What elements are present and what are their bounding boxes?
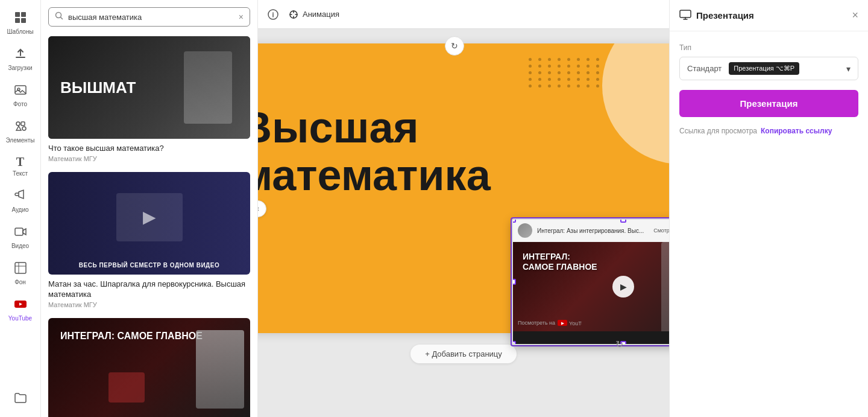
folder-icon [14, 391, 27, 406]
video-actions: Смотреть Поделиться [653, 228, 669, 234]
search-bar: × [41, 0, 257, 31]
add-page-button[interactable]: + Добавить страницу [410, 345, 517, 363]
result-title-1: Что такое высшая математика? [48, 144, 250, 154]
video-header-title: Интеграл: Азы интегрирования. Выс... [537, 228, 649, 234]
canvas-scroll: // Will render dots via JS below Высшая … [258, 29, 669, 417]
video-header: Интеграл: Азы интегрирования. Выс... Смо… [513, 220, 669, 242]
sidebar-item-photos-label: Фото [13, 101, 27, 107]
animation-label: Анимация [303, 10, 339, 19]
panel-close-button[interactable]: × [852, 9, 858, 22]
slide-title-line1: Высшая [258, 103, 419, 151]
svg-rect-9 [15, 228, 23, 235]
thumb3-title: ИНТЕГРАЛ: САМОЕ ГЛАВНОЕ [60, 330, 214, 342]
svg-rect-7 [21, 122, 25, 126]
video-embed[interactable]: Интеграл: Азы интегрирования. Выс... Смо… [512, 218, 669, 345]
refresh-button[interactable]: ↻ [445, 36, 464, 56]
video-thumbnail: ИНТЕГРАЛ: САМОЕ ГЛАВНОЕ ▶ Посмотреть на … [513, 242, 669, 331]
background-icon [14, 261, 27, 276]
slide-title-line2: математика [258, 151, 491, 199]
search-clear-button[interactable]: × [239, 13, 244, 21]
share-link-text: Ссылка для просмотра [679, 127, 757, 135]
video-icon [14, 225, 27, 240]
result-channel-2: Математик МГУ [48, 301, 250, 308]
svg-point-6 [16, 122, 20, 126]
result-thumb-1: ВЫШМАТ [48, 36, 250, 139]
sidebar-item-video[interactable]: Видео [0, 219, 40, 255]
search-panel: × ВЫШМАТ Что такое высшая математика? Ма… [41, 0, 258, 417]
sidebar-item-elements-label: Элементы [6, 137, 35, 144]
panel-title: Презентация [696, 10, 754, 21]
result-thumb-2: ВЕСЬ ПЕРВЫЙ СЕМЕСТР В ОДНОМ ВИДЕО ▶ [48, 172, 250, 275]
upload-icon [14, 47, 27, 62]
result-item-1[interactable]: ВЫШМАТ Что такое высшая математика? Мате… [48, 36, 250, 162]
share-text-label: Ссылка для просмотра [679, 127, 757, 135]
search-input[interactable] [68, 13, 234, 22]
svg-rect-10 [15, 263, 26, 273]
resize-handle-bl[interactable] [512, 341, 516, 345]
sidebar-item-folder[interactable] [0, 385, 40, 412]
panel-body: Тип Стандарт Презентация ⌥⌘P ▾ Презентац… [670, 31, 868, 147]
resize-handle-tl[interactable] [512, 218, 516, 223]
sidebar-item-text-label: Текст [13, 170, 28, 177]
white-circle-decoration [602, 43, 669, 164]
video-title-line1: ИНТЕГРАЛ: [523, 252, 597, 262]
sidebar-item-background[interactable]: Фон [0, 255, 40, 291]
slide-title: Высшая математика [258, 104, 491, 199]
sidebar-item-uploads[interactable]: Загрузки [0, 41, 40, 77]
sidebar-item-uploads-label: Загрузки [8, 65, 32, 71]
dots-top-right: // Will render dots via JS below [529, 58, 602, 88]
type-select[interactable]: Стандарт Презентация ⌥⌘P ▾ [679, 57, 858, 80]
youtube-icon [14, 298, 27, 313]
elements-icon [14, 119, 27, 135]
play-button[interactable]: ▶ [612, 276, 634, 298]
copy-link-button[interactable]: Копировать ссылку [761, 127, 832, 135]
watch-action[interactable]: Смотреть [653, 228, 669, 234]
toolbar-animation-button[interactable]: Анимация [288, 9, 339, 20]
photo-icon [14, 83, 27, 98]
sidebar-item-audio-label: Аудио [11, 206, 28, 213]
svg-rect-0 [15, 12, 20, 17]
thumb2-overlay: ВЕСЬ ПЕРВЫЙ СЕМЕСТР В ОДНОМ ВИДЕО [48, 262, 250, 269]
thumb1-text: ВЫШМАТ [60, 78, 136, 97]
sidebar-item-templates[interactable]: Шаблоны [0, 5, 40, 41]
rotate-icon[interactable]: ↻ [612, 337, 626, 351]
svg-rect-17 [680, 10, 691, 18]
sidebar-item-video-label: Видео [11, 243, 29, 249]
text-icon: T [16, 156, 24, 168]
sidebar-item-background-label: Фон [14, 279, 26, 285]
add-page-bar: + Добавить страницу [410, 340, 517, 367]
result-title-2: Матан за час. Шпаргалка для первокурсник… [48, 279, 250, 300]
templates-icon [14, 11, 27, 26]
results-list: ВЫШМАТ Что такое высшая математика? Мате… [41, 31, 257, 417]
panel-header-left: Презентация [679, 8, 754, 22]
slide-container: // Will render dots via JS below Высшая … [258, 43, 669, 333]
presentation-panel: Презентация × Тип Стандарт Презентация ⌥… [669, 0, 868, 417]
sidebar-item-text[interactable]: T Текст [0, 150, 40, 183]
sidebar-item-youtube-label: YouTube [8, 315, 32, 322]
presentation-panel-icon [679, 8, 691, 22]
sidebar-item-photos[interactable]: Фото [0, 77, 40, 113]
resize-handle-ml[interactable] [512, 279, 516, 285]
video-avatar [518, 223, 532, 238]
result-item-3[interactable]: ИНТЕГРАЛ: САМОЕ ГЛАВНОЕ [48, 318, 250, 417]
toolbar-info-button[interactable] [268, 9, 278, 20]
type-field-label: Тип [679, 43, 858, 52]
type-value-label: Стандарт [687, 64, 722, 73]
result-item-2[interactable]: ВЕСЬ ПЕРВЫЙ СЕМЕСТР В ОДНОМ ВИДЕО ▶ Мата… [48, 172, 250, 308]
svg-text:YouTube: YouTube [569, 320, 582, 326]
sidebar: Шаблоны Загрузки Фото [0, 0, 41, 417]
present-button[interactable]: Презентация [679, 90, 858, 117]
chevron-down-icon: ▾ [846, 64, 851, 74]
sidebar-item-youtube[interactable]: YouTube [0, 291, 40, 328]
youtube-watermark: Посмотреть на YouTube [518, 319, 582, 326]
sidebar-item-templates-label: Шаблоны [7, 28, 33, 35]
sidebar-item-elements[interactable]: Элементы [0, 113, 40, 150]
search-input-wrapper[interactable]: × [48, 7, 250, 27]
type-select-left: Стандарт Презентация ⌥⌘P [687, 62, 799, 75]
svg-point-8 [22, 127, 26, 130]
share-link-row: Ссылка для просмотра Копировать ссылку [679, 127, 858, 135]
resize-handle-tm[interactable] [620, 218, 626, 223]
video-title-overlay: ИНТЕГРАЛ: САМОЕ ГЛАВНОЕ [523, 252, 597, 272]
sidebar-item-audio[interactable]: Аудио [0, 183, 40, 219]
audio-icon [14, 189, 27, 204]
